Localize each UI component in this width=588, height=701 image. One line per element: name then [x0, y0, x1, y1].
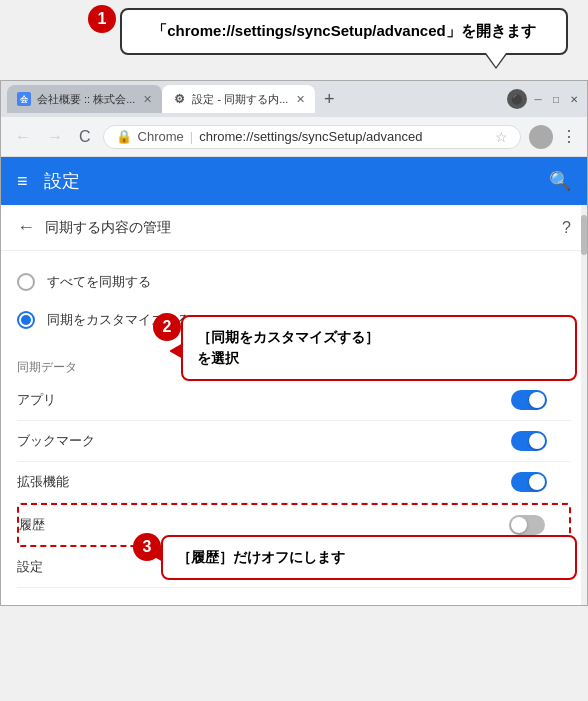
settings-title: 設定	[44, 169, 533, 193]
extensions-label: 拡張機能	[17, 473, 511, 491]
address-bar: ← → C 🔒 Chrome | chrome://settings/syncS…	[1, 117, 587, 157]
bookmarks-toggle[interactable]	[511, 431, 547, 451]
browser-window: 会 会社概要 :: 株式会... ✕ ⚙ 設定 - 同期する内... ✕ + ⚫…	[0, 80, 588, 606]
settings-header: ≡ 設定 🔍	[1, 157, 587, 205]
close-button[interactable]: ✕	[567, 92, 581, 106]
tab-company-label: 会社概要 :: 株式会...	[37, 92, 135, 107]
sync-header: ← 同期する内容の管理 ?	[1, 205, 587, 251]
sync-back-button[interactable]: ←	[17, 217, 35, 238]
bookmarks-toggle-knob	[529, 433, 545, 449]
window-controls: ─ □ ✕	[531, 92, 581, 106]
url-site: Chrome	[138, 129, 184, 144]
title-bar: 会 会社概要 :: 株式会... ✕ ⚙ 設定 - 同期する内... ✕ + ⚫…	[1, 81, 587, 117]
maximize-button[interactable]: □	[549, 92, 563, 106]
tab-company[interactable]: 会 会社概要 :: 株式会... ✕	[7, 85, 162, 113]
url-input[interactable]: 🔒 Chrome | chrome://settings/syncSetup/a…	[103, 125, 521, 149]
callout-2: ［同期をカスタマイズする］ を選択	[181, 315, 577, 381]
step-3-badge: 3	[133, 533, 161, 561]
tab-company-close[interactable]: ✕	[143, 93, 152, 106]
bookmark-icon[interactable]: ☆	[495, 129, 508, 145]
tab-settings-label: 設定 - 同期する内...	[192, 92, 288, 107]
scrollbar-thumb[interactable]	[581, 215, 587, 255]
callout-3: ［履歴］だけオフにします	[161, 535, 577, 580]
minimize-button[interactable]: ─	[531, 92, 545, 106]
url-path: chrome://settings/syncSetup/advanced	[199, 129, 489, 144]
profile-icon: ⚫	[507, 89, 527, 109]
hamburger-icon[interactable]: ≡	[17, 171, 28, 192]
sync-item-bookmarks: ブックマーク	[17, 421, 571, 462]
callout-2-arrow-inner	[158, 345, 170, 357]
sync-all-option[interactable]: すべてを同期する	[17, 263, 571, 301]
new-tab-button[interactable]: +	[315, 85, 343, 113]
history-label: 履歴	[19, 516, 509, 534]
sync-custom-radio[interactable]	[17, 311, 35, 329]
callout-2-arrow	[169, 343, 183, 359]
step-1-badge: 1	[88, 5, 116, 33]
back-button[interactable]: ←	[11, 126, 35, 148]
callout-1: 「chrome://settings/syncSetup/advanced」を開…	[120, 8, 568, 55]
step-2-badge: 2	[153, 313, 181, 341]
tab-favicon-company: 会	[17, 92, 31, 106]
extensions-toggle-knob	[529, 474, 545, 490]
history-toggle-knob	[511, 517, 527, 533]
sync-item-extensions: 拡張機能	[17, 462, 571, 503]
scrollbar[interactable]	[581, 205, 587, 605]
forward-button[interactable]: →	[43, 126, 67, 148]
apps-label: アプリ	[17, 391, 511, 409]
sync-item-apps: アプリ	[17, 380, 571, 421]
apps-toggle[interactable]	[511, 390, 547, 410]
sync-all-label: すべてを同期する	[47, 273, 151, 291]
tab-group: 会 会社概要 :: 株式会... ✕ ⚙ 設定 - 同期する内... ✕ +	[7, 85, 503, 113]
tab-settings[interactable]: ⚙ 設定 - 同期する内... ✕	[162, 85, 315, 113]
sync-page-title: 同期する内容の管理	[45, 219, 552, 237]
user-avatar[interactable]	[529, 125, 553, 149]
tab-settings-close[interactable]: ✕	[296, 93, 305, 106]
settings-search-icon[interactable]: 🔍	[549, 170, 571, 192]
radio-selected-dot	[21, 315, 31, 325]
sync-help-icon[interactable]: ?	[562, 219, 571, 237]
settings-content: ← 同期する内容の管理 ? すべてを同期する 同期をカスタマイズする 同期データ	[1, 205, 587, 605]
url-separator: |	[190, 129, 193, 144]
refresh-button[interactable]: C	[75, 126, 95, 148]
bookmarks-label: ブックマーク	[17, 432, 511, 450]
sync-all-radio[interactable]	[17, 273, 35, 291]
history-toggle[interactable]	[509, 515, 545, 535]
apps-toggle-knob	[529, 392, 545, 408]
more-menu-icon[interactable]: ⋮	[561, 127, 577, 146]
tab-favicon-settings: ⚙	[172, 92, 186, 106]
lock-icon: 🔒	[116, 129, 132, 144]
extensions-toggle[interactable]	[511, 472, 547, 492]
